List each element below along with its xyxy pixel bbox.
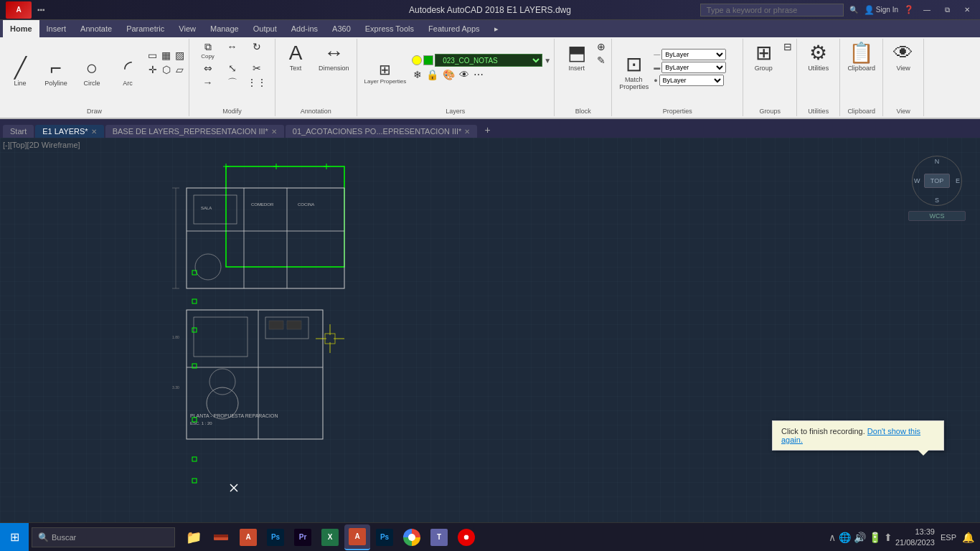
layer-dropdown-arrow[interactable]: ▼ [544,57,551,65]
create-btn[interactable]: ⊕ [595,40,607,53]
tab-output[interactable]: Output [246,20,284,37]
arc-btn[interactable]: ◜ Arc [110,55,145,90]
scale-btn[interactable]: ⤡ [221,62,244,75]
hatch-btn[interactable]: ▦ [160,49,172,62]
mirror-btn[interactable]: ⇔ [197,62,220,75]
tab-view[interactable]: View [171,20,203,37]
edit-btn[interactable]: ✎ [595,54,607,67]
tray-network[interactable]: 🌐 [839,532,851,543]
taskbar-photoshop[interactable]: Ps [263,524,288,550]
taskbar-excel[interactable]: X [317,524,343,550]
start-button[interactable]: ⊞ [0,523,29,552]
tab-a360[interactable]: A360 [325,20,358,37]
view-btn[interactable]: 👁 View [886,40,920,75]
linetype-selector[interactable]: ByLayer [661,49,726,60]
tray-battery[interactable]: 🔋 [869,532,881,543]
array-btn[interactable]: ⋮⋮ [245,76,268,90]
tray-sound[interactable]: 🔊 [854,532,866,543]
circle-btn[interactable]: ○ Circle [75,55,109,90]
tab-acotaciones[interactable]: 01_ACOTACIONES PO...EPRESENTACION III* ✕ [286,125,478,138]
tab-base-layers[interactable]: BASE DE LAYERS_REPRESENTACION III* ✕ [105,125,284,138]
stretch-btn[interactable]: ↔ [221,40,244,60]
taskbar-explorer[interactable]: 📁 [181,524,207,550]
match-properties-btn[interactable]: ⊡ Match Properties [615,52,652,93]
keyword-search[interactable] [700,4,844,17]
svg-text:COCINA: COCINA [298,202,314,207]
utilities-btn[interactable]: ⚙ Utilities [801,40,836,75]
layer-lock-btn[interactable]: 🔒 [425,68,440,81]
lineweight-selector[interactable]: ByLayer [661,62,726,73]
tab-start[interactable]: Start [3,125,34,138]
tray-update[interactable]: ⬆ [884,532,892,543]
sign-in-btn[interactable]: 👤 Sign In [864,5,898,15]
move-btn[interactable]: ✛ [146,63,159,76]
layer-more-btn[interactable]: ⋯ [472,68,485,81]
tray-chevron[interactable]: ∧ [829,532,836,543]
arc-icon: ◜ [124,58,132,78]
close-acotaciones[interactable]: ✕ [464,128,470,136]
taskbar-search[interactable]: 🔍 Buscar [32,527,175,547]
taskbar-bridge[interactable] [208,524,234,550]
text-btn[interactable]: A Text [278,40,313,75]
tab-manage[interactable]: Manage [203,20,246,37]
minimize-btn[interactable]: — [920,4,934,16]
tab-annotate[interactable]: Annotate [73,20,119,37]
region-btn[interactable]: ⬡ [160,63,172,76]
restore-btn[interactable]: ⧉ [940,4,954,16]
compass-ring: N S E W TOP [912,156,962,206]
tab-addins[interactable]: Add-ins [284,20,325,37]
rotate-btn[interactable]: ↻ [245,40,268,60]
dimension-btn[interactable]: ↔ Dimension [314,40,354,75]
taskbar-teams[interactable]: T [426,524,452,550]
layer-properties-btn[interactable]: ⊞ Layer Properties [360,58,411,88]
taskbar-premiere[interactable]: Pr [290,524,316,550]
polyline-btn[interactable]: ⌐ Polyline [39,55,73,90]
rect-btn[interactable]: ▭ [146,49,159,62]
add-tab-btn[interactable]: + [479,122,496,138]
insert-btn[interactable]: ⬒ Insert [560,40,594,75]
language-indicator[interactable]: ESP [938,533,959,542]
close-btn[interactable]: ✕ [960,4,974,16]
copy-btn[interactable]: ⧉Copy [197,40,220,60]
viewcube[interactable]: N S E W TOP WCS [908,152,966,224]
line-btn[interactable]: ╱ Line [3,55,37,90]
recording-tooltip: Click to finish recording. Don't show th… [772,420,944,451]
block-group-content: ⬒ Insert ⊕ ✎ [560,40,607,115]
layer-selector[interactable]: 023_CO_NOTAS [435,54,542,67]
canvas-area[interactable]: SALA COMEDOR COCINA PLAN [0,138,980,522]
trim-btn[interactable]: ✂ [245,62,268,75]
extend-btn[interactable]: → [197,76,220,90]
tab-express-tools[interactable]: Express Tools [358,20,421,37]
layer-visible-btn[interactable]: 👁 [458,68,471,81]
taskbar-autocad2[interactable]: A [344,524,370,550]
transparency-selector[interactable]: ByLayer [659,75,724,86]
tab-featured-apps[interactable]: Featured Apps [421,20,487,37]
move-icon: ✛ [149,64,157,75]
tab-insert[interactable]: Insert [39,20,74,37]
taskbar-recorder[interactable]: ⏺ [453,524,479,550]
close-e1-layers[interactable]: ✕ [91,128,97,136]
wipeout-btn[interactable]: ▱ [174,63,186,76]
taskbar-tray: ∧ 🌐 🔊 🔋 ⬆ 13:39 21/08/2023 ESP 🔔 [823,527,980,547]
taskbar-autocad[interactable]: A [235,524,261,550]
layer-color-btn[interactable]: 🎨 [441,68,456,81]
clipboard-btn[interactable]: 📋 Clipboard [843,40,880,75]
tab-more[interactable]: ▸ [487,20,506,37]
group-btn[interactable]: ⊞ Group [746,40,781,75]
tab-e1-layers[interactable]: E1 LAYERS* ✕ [35,125,103,138]
taskbar-photoshop2[interactable]: Ps [372,524,397,550]
clipboard-group-content: 📋 Clipboard [843,40,880,115]
notification-icon[interactable]: 🔔 [962,532,974,543]
tab-parametric[interactable]: Parametric [119,20,171,37]
taskbar-chrome[interactable] [399,524,425,550]
gradient-btn[interactable]: ▨ [174,49,186,62]
tab-home[interactable]: Home [3,20,39,37]
tray-clock[interactable]: 13:39 21/08/2023 [895,527,935,547]
close-base-layers[interactable]: ✕ [271,128,277,136]
fillet-btn[interactable]: ⌒ [221,76,244,90]
ungroup-btn[interactable]: ⊟ [782,40,793,53]
layer-freeze-btn[interactable]: ❄ [412,68,423,81]
viewcube-face[interactable]: TOP [924,174,950,188]
autocad-logo[interactable]: A [6,1,32,19]
annotation-group: A Text ↔ Dimension Annotation [275,39,357,116]
